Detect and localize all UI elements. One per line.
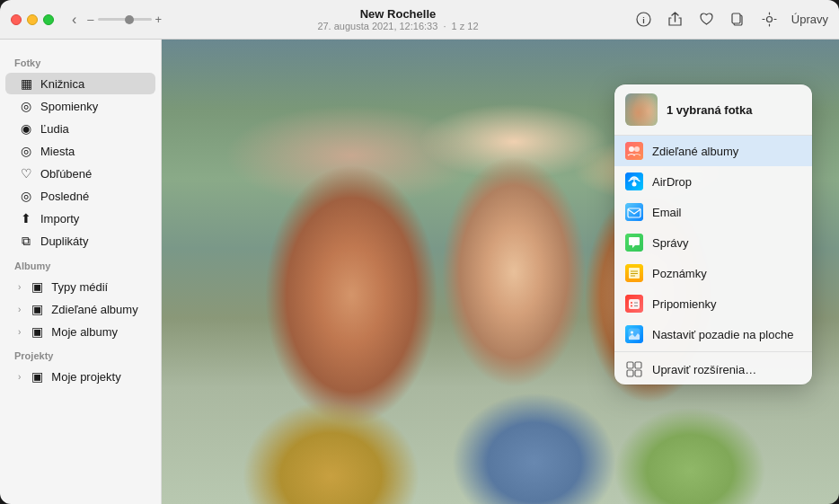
- oblubene-icon: ♡: [18, 166, 34, 181]
- svg-point-13: [632, 182, 637, 187]
- share-menu-item-shared-albums[interactable]: Zdieľané albumy: [614, 136, 812, 166]
- svg-point-30: [631, 332, 633, 334]
- share-menu-item-email[interactable]: Email: [614, 197, 812, 227]
- projekty-section-label: Projekty: [0, 343, 161, 365]
- sidebar-item-duplikaty[interactable]: ⧉ Duplikáty: [5, 230, 155, 252]
- share-menu-item-wallpaper[interactable]: Nastaviť pozadie na ploche: [614, 319, 812, 349]
- window-subtitle: 27. augusta 2021, 12:16:33 · 1 z 12: [317, 21, 478, 31]
- sidebar: Fotky ▦ Knižnica ◎ Spomienky ◉ Ľudia ◎ M…: [0, 40, 162, 504]
- sidebar-group-zdielane-albumy-label: Zdieľané albumy: [51, 303, 137, 316]
- svg-point-4: [766, 17, 772, 22]
- sidebar-item-kniznica[interactable]: ▦ Knižnica: [5, 73, 155, 94]
- sidebar-group-moje-albumy-label: Moje albumy: [51, 325, 118, 339]
- sidebar-item-kniznica-label: Knižnica: [40, 77, 84, 91]
- close-button[interactable]: [11, 14, 22, 25]
- traffic-lights: [11, 14, 54, 25]
- main-content: Fotky ▦ Knižnica ◎ Spomienky ◉ Ľudia ◎ M…: [0, 40, 839, 504]
- share-button[interactable]: [666, 10, 684, 29]
- notes-svg: [625, 264, 643, 282]
- airdrop-icon: [625, 172, 643, 190]
- zoom-thumb: [125, 15, 134, 24]
- duplicate-icon: [730, 12, 746, 27]
- svg-point-25: [631, 305, 632, 307]
- poznamky-label: Poznámky: [652, 267, 707, 280]
- favorite-button[interactable]: [697, 10, 716, 29]
- share-menu-divider: [614, 351, 812, 352]
- svg-rect-34: [635, 370, 641, 376]
- chevron-zdielane-albumy: ›: [18, 305, 21, 314]
- back-button[interactable]: ‹: [68, 10, 80, 30]
- albums-section-label: Albumy: [0, 253, 161, 275]
- shared-albums-icon: [625, 142, 643, 160]
- maximize-button[interactable]: [43, 14, 54, 25]
- info-button[interactable]: i: [634, 10, 653, 29]
- svg-point-10: [629, 146, 634, 152]
- duplicate-button[interactable]: [729, 10, 747, 29]
- share-menu-header: 1 vybraná fotka: [614, 84, 812, 136]
- sidebar-group-moje-projekty[interactable]: › ▣ Moje projekty: [5, 366, 155, 387]
- manage-extensions-icon: [625, 360, 643, 378]
- share-header-text: 1 vybraná fotka: [667, 103, 752, 117]
- sidebar-item-spomienky[interactable]: ◎ Spomienky: [5, 95, 155, 117]
- share-thumbnail: [625, 93, 658, 126]
- app-window: ‹ – + New Rochelle 27. augusta 2021, 12:…: [0, 0, 839, 504]
- shared-albums-svg: [625, 142, 643, 160]
- sidebar-item-spomienky-label: Spomienky: [40, 100, 98, 113]
- edit-button[interactable]: Úpravy: [791, 13, 828, 26]
- chevron-moje-albumy: ›: [18, 327, 21, 337]
- manage-svg: [626, 361, 642, 377]
- svg-rect-33: [627, 370, 633, 376]
- importy-icon: ⬆: [18, 211, 34, 225]
- wallpaper-label: Nastaviť pozadie na ploche: [652, 328, 793, 341]
- reminders-icon: [625, 295, 643, 313]
- moje-albumy-icon: ▣: [29, 324, 45, 339]
- sidebar-item-posledne[interactable]: ◎ Posledné: [5, 185, 155, 207]
- share-icon: [667, 12, 683, 27]
- titlebar: ‹ – + New Rochelle 27. augusta 2021, 12:…: [0, 0, 839, 40]
- sidebar-group-typy-medii-label: Typy médií: [51, 280, 108, 294]
- minimize-button[interactable]: [27, 14, 38, 25]
- share-menu-item-pripomienky[interactable]: Pripomienky: [614, 288, 812, 319]
- share-menu-item-spravy[interactable]: Správy: [614, 227, 812, 258]
- window-title: New Rochelle: [360, 7, 437, 21]
- svg-rect-32: [635, 362, 641, 368]
- info-icon: i: [636, 12, 651, 27]
- svg-text:i: i: [642, 16, 645, 25]
- sidebar-group-zdielane-albumy[interactable]: › ▣ Zdieľané albumy: [5, 298, 155, 320]
- spravy-label: Správy: [652, 236, 688, 250]
- typy-medii-icon: ▣: [29, 279, 45, 294]
- zoom-minus-label: –: [87, 13, 93, 26]
- sidebar-item-ludia[interactable]: ◉ Ľudia: [5, 118, 155, 139]
- share-menu-item-manage[interactable]: Upraviť rozšírenia…: [614, 354, 812, 385]
- ludia-icon: ◉: [18, 121, 34, 136]
- titlebar-actions: i: [634, 10, 828, 29]
- manage-label: Upraviť rozšírenia…: [652, 363, 756, 376]
- enhance-button[interactable]: [760, 10, 779, 29]
- zoom-slider[interactable]: [98, 18, 152, 21]
- notes-icon: [625, 264, 643, 282]
- moje-projekty-icon: ▣: [29, 369, 45, 384]
- share-menu-item-poznamky[interactable]: Poznámky: [614, 258, 812, 288]
- sidebar-group-typy-medii[interactable]: › ▣ Typy médií: [5, 276, 155, 297]
- zoom-plus-label: +: [155, 13, 163, 26]
- svg-point-11: [634, 146, 640, 152]
- spomienky-icon: ◎: [18, 99, 34, 113]
- sidebar-item-oblubene[interactable]: ♡ Obľúbené: [5, 163, 155, 184]
- email-icon: [625, 203, 643, 221]
- svg-point-24: [631, 302, 632, 304]
- messages-icon: [625, 234, 643, 252]
- sidebar-item-miesta[interactable]: ◎ Miesta: [5, 140, 155, 162]
- email-svg: [625, 203, 643, 221]
- sidebar-item-miesta-label: Miesta: [40, 145, 75, 158]
- svg-rect-23: [629, 299, 640, 309]
- sidebar-group-moje-albumy[interactable]: › ▣ Moje albumy: [5, 321, 155, 342]
- pripomienky-label: Pripomienky: [652, 297, 717, 311]
- photo-area[interactable]: 1 vybraná fotka Zdieľané albumy: [162, 40, 839, 504]
- sidebar-item-importy[interactable]: ⬆ Importy: [5, 208, 155, 229]
- miesta-icon: ◎: [18, 144, 34, 158]
- svg-rect-3: [732, 13, 740, 23]
- zdielane-albumy-icon: ▣: [29, 302, 45, 316]
- posledne-icon: ◎: [18, 189, 34, 203]
- share-menu-item-airdrop[interactable]: AirDrop: [614, 166, 812, 197]
- chevron-moje-projekty: ›: [18, 372, 21, 382]
